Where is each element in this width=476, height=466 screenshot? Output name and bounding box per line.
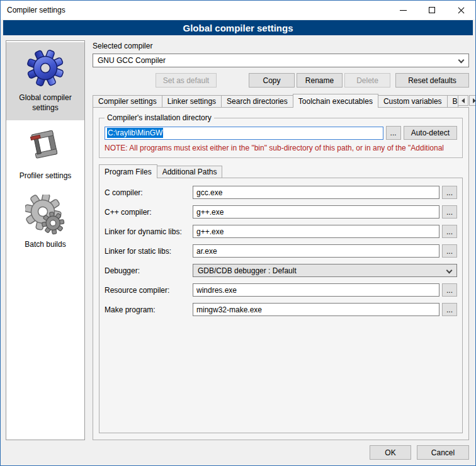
- cpp-compiler-label: C++ compiler:: [105, 208, 193, 217]
- auto-detect-button[interactable]: Auto-detect: [404, 126, 457, 140]
- browse-button[interactable]: ...: [442, 205, 457, 219]
- installation-directory-input[interactable]: C:\raylib\MinGW: [105, 127, 383, 140]
- resource-compiler-label: Resource compiler:: [105, 286, 193, 295]
- make-program-label: Make program:: [105, 305, 193, 314]
- tab-scroll-right-button[interactable]: [469, 95, 476, 106]
- blue-gear-icon: [25, 48, 65, 88]
- tab-custom-variables[interactable]: Custom variables: [378, 95, 448, 107]
- dynamic-linker-label: Linker for dynamic libs:: [105, 227, 193, 236]
- form-row-c-compiler: C compiler: ...: [105, 186, 457, 199]
- clamp-icon: [25, 126, 65, 166]
- cpp-compiler-input[interactable]: [193, 205, 439, 219]
- browse-button[interactable]: ...: [442, 244, 457, 258]
- tab-linker-settings[interactable]: Linker settings: [162, 95, 222, 107]
- page-title: Global compiler settings: [3, 20, 473, 35]
- copy-button[interactable]: Copy: [249, 73, 295, 88]
- window-title: Compiler settings: [1, 6, 65, 14]
- form-row-static-linker: Linker for static libs: ...: [105, 244, 457, 258]
- gray-gears-icon: [25, 195, 65, 235]
- subtab-program-files[interactable]: Program Files: [99, 164, 157, 178]
- browse-directory-button[interactable]: ...: [386, 126, 401, 140]
- form-row-cpp-compiler: C++ compiler: ...: [105, 205, 457, 219]
- subtab-additional-paths[interactable]: Additional Paths: [157, 166, 223, 178]
- settings-sidebar: Global compiler settings Profiler settin…: [6, 40, 85, 440]
- tab-scroll-left-button[interactable]: [458, 95, 468, 106]
- installation-directory-group-title: Compiler's installation directory: [105, 113, 214, 122]
- selected-compiler-value: GNU GCC Compiler: [98, 56, 166, 65]
- chevron-down-icon: [446, 268, 453, 274]
- note-text: NOTE: All programs must exist either in …: [105, 144, 457, 152]
- installation-directory-selected-text: C:\raylib\MinGW: [107, 128, 163, 138]
- sidebar-item-batch-builds[interactable]: Batch builds: [6, 189, 84, 258]
- triangle-left-icon: [462, 98, 465, 103]
- program-files-tabbar: Program Files Additional Paths: [99, 164, 463, 178]
- main-panel: Selected compiler GNU GCC Compiler Set a…: [93, 40, 469, 440]
- rename-button[interactable]: Rename: [297, 73, 343, 88]
- close-icon: [457, 6, 465, 14]
- installation-directory-group: Compiler's installation directory C:\ray…: [99, 113, 463, 158]
- make-program-input[interactable]: [193, 303, 439, 316]
- delete-button[interactable]: Delete: [344, 73, 390, 88]
- sidebar-item-label: Global compiler settings: [8, 93, 82, 113]
- resource-compiler-input[interactable]: [193, 283, 439, 297]
- titlebar: Compiler settings: [1, 1, 475, 20]
- sidebar-item-label: Profiler settings: [8, 171, 82, 181]
- selected-compiler-label: Selected compiler: [93, 42, 469, 50]
- compiler-settings-window: Compiler settings Global compiler settin…: [0, 0, 476, 466]
- form-row-dynamic-linker: Linker for dynamic libs: ...: [105, 225, 457, 238]
- ok-button[interactable]: OK: [370, 445, 411, 460]
- dialog-body: Global compiler settings Profiler settin…: [1, 35, 475, 445]
- static-linker-input[interactable]: [193, 244, 439, 258]
- form-row-debugger: Debugger: GDB/CDB debugger : Default: [105, 264, 457, 277]
- form-row-make-program: Make program: ...: [105, 303, 457, 316]
- tab-search-directories[interactable]: Search directories: [221, 95, 293, 107]
- debugger-label: Debugger:: [105, 266, 193, 275]
- set-as-default-button[interactable]: Set as default: [156, 73, 217, 88]
- tab-toolchain-executables[interactable]: Toolchain executables: [293, 94, 378, 108]
- tab-compiler-settings[interactable]: Compiler settings: [93, 95, 162, 107]
- c-compiler-input[interactable]: [193, 186, 439, 199]
- selected-compiler-select[interactable]: GNU GCC Compiler: [93, 54, 469, 67]
- browse-button[interactable]: ...: [442, 225, 457, 238]
- triangle-right-icon: [473, 98, 476, 103]
- c-compiler-label: C compiler:: [105, 188, 193, 197]
- close-button[interactable]: [446, 1, 475, 20]
- tab-build-options[interactable]: Build: [447, 95, 458, 107]
- tab-scroll-arrows: [458, 95, 476, 106]
- static-linker-label: Linker for static libs:: [105, 247, 193, 256]
- browse-button[interactable]: ...: [442, 283, 457, 297]
- browse-button[interactable]: ...: [442, 186, 457, 199]
- dynamic-linker-input[interactable]: [193, 225, 439, 238]
- program-files-panel: C compiler: ... C++ compiler: ... Linker…: [99, 178, 463, 433]
- minimize-button[interactable]: [388, 1, 417, 20]
- maximize-button[interactable]: [417, 1, 446, 20]
- browse-button[interactable]: ...: [442, 303, 457, 316]
- sidebar-item-label: Batch builds: [8, 240, 82, 250]
- window-controls: [388, 1, 475, 20]
- debugger-select[interactable]: GDB/CDB debugger : Default: [193, 264, 457, 277]
- settings-tabbar: Compiler settings Linker settings Search…: [93, 94, 469, 107]
- form-row-resource-compiler: Resource compiler: ...: [105, 283, 457, 297]
- dialog-footer: OK Cancel: [1, 445, 475, 465]
- sidebar-item-global-compiler-settings[interactable]: Global compiler settings: [6, 42, 84, 120]
- cancel-button[interactable]: Cancel: [417, 445, 469, 460]
- sidebar-item-profiler-settings[interactable]: Profiler settings: [6, 120, 84, 189]
- chevron-down-icon: [458, 57, 465, 64]
- maximize-icon: [429, 7, 435, 13]
- debugger-selected-value: GDB/CDB debugger : Default: [198, 266, 297, 275]
- reset-defaults-button[interactable]: Reset defaults: [395, 73, 469, 88]
- compiler-actions: Set as default Copy Rename Delete Reset …: [93, 73, 469, 88]
- minimize-icon: [400, 10, 407, 11]
- installation-directory-row: C:\raylib\MinGW ... Auto-detect: [105, 126, 457, 140]
- toolchain-executables-panel: Compiler's installation directory C:\ray…: [93, 107, 469, 440]
